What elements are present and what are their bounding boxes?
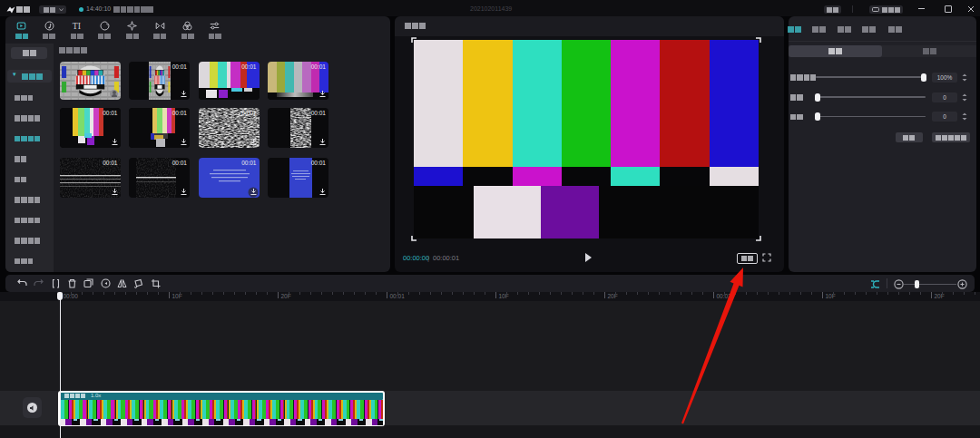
svg-text:TI: TI	[73, 21, 81, 31]
